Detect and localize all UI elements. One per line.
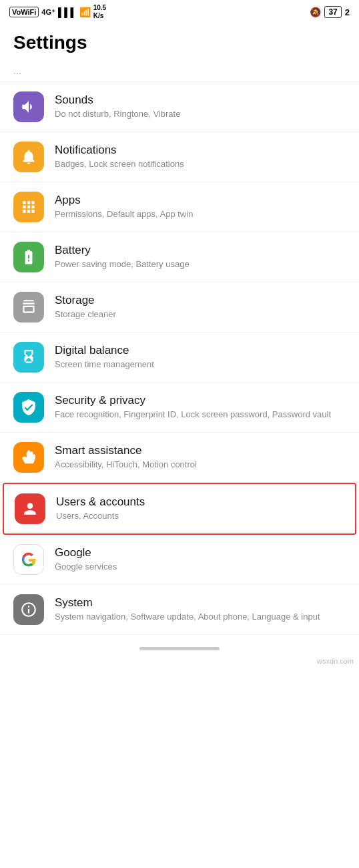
watermark: wsxdn.com <box>0 657 359 668</box>
smart-assistance-title: Smart assistance <box>55 444 346 457</box>
page-title: Settings <box>0 23 359 60</box>
system-icon <box>13 594 44 625</box>
bell-icon: 🔕 <box>310 7 321 17</box>
notifications-title: Notifications <box>55 144 346 157</box>
settings-item-google[interactable]: GoogleGoogle services <box>0 535 359 585</box>
settings-item-digital-balance[interactable]: Digital balanceScreen time management <box>0 333 359 383</box>
sounds-icon <box>13 91 44 122</box>
sounds-title: Sounds <box>55 93 346 107</box>
network-type: 4G⁺ <box>41 8 55 17</box>
system-subtitle: System navigation, Software update, Abou… <box>55 611 346 623</box>
battery-subtitle: Power saving mode, Battery usage <box>55 258 346 270</box>
google-icon <box>13 544 44 575</box>
smart-assistance-icon <box>13 442 44 473</box>
system-title: System <box>55 596 346 610</box>
status-bar: VoWiFi 4G⁺ ▌▌▌ 📶 10.5K/s 🔕 37 2 <box>0 0 359 23</box>
speed-text: 10.5K/s <box>93 4 106 20</box>
settings-list: SoundsDo not disturb, Ringtone, VibrateN… <box>0 82 359 635</box>
battery-indicator: 37 <box>324 6 341 18</box>
settings-item-notifications[interactable]: NotificationsBadges, Lock screen notific… <box>0 132 359 182</box>
security-privacy-icon <box>13 392 44 423</box>
battery-icon <box>13 242 44 272</box>
digital-balance-title: Digital balance <box>55 344 346 357</box>
settings-item-sounds[interactable]: SoundsDo not disturb, Ringtone, Vibrate <box>0 82 359 132</box>
settings-item-battery[interactable]: BatteryPower saving mode, Battery usage <box>0 232 359 282</box>
settings-item-security-privacy[interactable]: Security & privacyFace recognition, Fing… <box>0 383 359 433</box>
storage-title: Storage <box>55 294 346 307</box>
home-bar <box>139 647 220 650</box>
users-accounts-icon <box>15 493 45 524</box>
settings-item-apps[interactable]: AppsPermissions, Default apps, App twin <box>0 182 359 232</box>
notifications-subtitle: Badges, Lock screen notifications <box>55 158 346 170</box>
apps-title: Apps <box>55 194 346 207</box>
home-indicator <box>0 635 359 657</box>
digital-balance-subtitle: Screen time management <box>55 359 346 371</box>
extra-indicator: 2 <box>345 7 350 17</box>
google-title: Google <box>55 546 346 560</box>
wifi-icon: 📶 <box>79 7 91 17</box>
status-right: 🔕 37 2 <box>310 6 350 18</box>
vowifi-label: VoWiFi <box>9 7 39 17</box>
apps-subtitle: Permissions, Default apps, App twin <box>55 208 346 220</box>
notifications-icon <box>13 142 44 172</box>
signal-bars: ▌▌▌ <box>58 7 77 17</box>
smart-assistance-subtitle: Accessibility, HiTouch, Motion control <box>55 459 346 471</box>
security-privacy-title: Security & privacy <box>55 394 346 407</box>
storage-subtitle: Storage cleaner <box>55 308 346 320</box>
status-left: VoWiFi 4G⁺ ▌▌▌ 📶 10.5K/s <box>9 4 106 20</box>
sounds-subtitle: Do not disturb, Ringtone, Vibrate <box>55 108 346 120</box>
users-accounts-title: Users & accounts <box>56 495 344 509</box>
settings-item-users-accounts[interactable]: Users & accountsUsers, Accounts <box>3 483 356 535</box>
security-privacy-subtitle: Face recognition, Fingerprint ID, Lock s… <box>55 409 346 421</box>
digital-balance-icon <box>13 342 44 373</box>
partial-item: ... <box>0 60 359 82</box>
settings-item-system[interactable]: SystemSystem navigation, Software update… <box>0 585 359 635</box>
users-accounts-subtitle: Users, Accounts <box>56 510 344 522</box>
settings-item-smart-assistance[interactable]: Smart assistanceAccessibility, HiTouch, … <box>0 433 359 483</box>
settings-item-storage[interactable]: StorageStorage cleaner <box>0 282 359 333</box>
apps-icon <box>13 192 44 222</box>
storage-icon <box>13 292 44 322</box>
google-subtitle: Google services <box>55 561 346 573</box>
battery-title: Battery <box>55 244 346 257</box>
